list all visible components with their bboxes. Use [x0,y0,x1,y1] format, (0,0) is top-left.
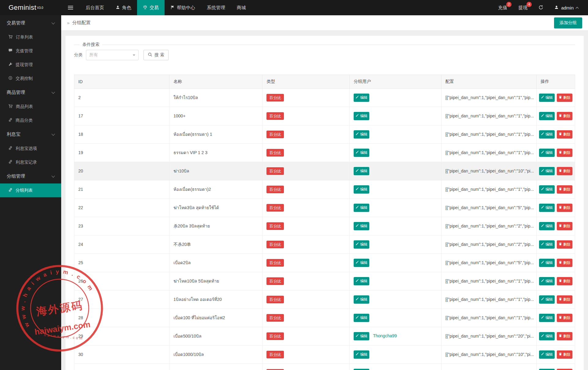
sidebar-item-trade-control[interactable]: 交易控制 [0,72,61,85]
edit-button[interactable]: 编辑 [539,295,555,304]
top-nav: 后台首页 角色 交易 帮助中心 系统管理 商城 [80,0,252,15]
table-row: 26 ฆ่าโหด10บิล 5บิลสุดท้าย 百分比 编辑 [{"pip… [74,272,575,290]
group-edit-button[interactable]: 编辑 [354,204,369,212]
delete-button[interactable]: 删除 [557,314,572,322]
sidebar-item-group-list[interactable]: 分组列表 [0,183,61,197]
sidebar-item-goods-category[interactable]: 商品分类 [0,113,61,127]
delete-button[interactable]: 删除 [557,204,572,212]
edit-button[interactable]: 编辑 [539,130,555,139]
cell-actions: 编辑 删除 [536,199,575,217]
group-edit-button[interactable]: 编辑 [354,112,369,120]
group-user-link[interactable]: Thongcha99 [373,333,397,338]
sidebar-item-goods-list[interactable]: 商品列表 [0,100,61,113]
withdraw-link[interactable]: 提现 4 [518,5,527,11]
delete-button[interactable]: 删除 [557,240,572,249]
topnav-item-help[interactable]: 帮助中心 [165,0,201,15]
sidebar-section-goods[interactable]: 商品管理 [0,85,61,100]
topnav-item-trade[interactable]: 交易 [137,0,165,15]
edit-button[interactable]: 编辑 [539,222,555,230]
topnav-item-home[interactable]: 后台首页 [80,0,110,15]
delete-button[interactable]: 删除 [557,222,572,230]
edit-button[interactable]: 编辑 [539,167,555,175]
sidebar-item-lixibao-options[interactable]: 利息宝选项 [0,142,61,155]
edit-button[interactable]: 编辑 [539,240,555,249]
sidebar-item-recharge-mgmt[interactable]: 充值管理 [0,44,61,58]
sidebar-item-lixibao-records[interactable]: 利息宝记录 [0,155,61,169]
table-row: 29 เบื่อด500/10บิล 百分比 编辑 Thongcha99 [{"… [74,327,575,346]
delete-label: 删除 [563,315,571,321]
cell-type: 百分比 [262,235,350,254]
group-edit-button[interactable]: 编辑 [354,259,369,267]
sidebar-toggle-icon[interactable] [61,0,80,15]
link-icon [8,118,13,123]
topbar-right: 充值 2 提现 4 admin [498,0,588,15]
edit-button[interactable]: 编辑 [539,149,555,157]
balance-icon [143,5,147,10]
topnav-item-mall[interactable]: 商城 [231,0,252,15]
edit-button[interactable]: 编辑 [539,314,555,322]
sidebar-section-trade[interactable]: 交易管理 [0,16,61,30]
edit-button[interactable]: 编辑 [539,350,555,359]
cell-id: 29 [74,327,169,346]
group-edit-button[interactable]: 编辑 [354,350,369,359]
topnav-item-system[interactable]: 系统管理 [201,0,231,15]
group-edit-label: 编辑 [360,95,367,101]
edit-button[interactable]: 编辑 [539,112,555,120]
edit-button[interactable]: 编辑 [539,204,555,212]
sidebar: 交易管理 订单列表 充值管理 提现管理 交易控制 商品管理 商品列表 商品分类 [0,15,61,370]
delete-button[interactable]: 删除 [557,130,572,139]
type-badge: 百分比 [266,112,284,120]
edit-button[interactable]: 编辑 [539,277,555,285]
refresh-icon[interactable] [538,5,543,11]
group-edit-button[interactable]: 编辑 [354,167,369,175]
pencil-icon [541,95,544,101]
sidebar-item-withdraw-mgmt[interactable]: 提现管理 [0,58,61,72]
trash-icon [559,333,562,339]
group-edit-button[interactable]: 编辑 [354,277,369,285]
delete-button[interactable]: 删除 [557,185,572,194]
sidebar-section-group[interactable]: 分组管理 [0,169,61,183]
edit-button[interactable]: 编辑 [539,369,555,370]
delete-button[interactable]: 删除 [557,167,572,175]
group-edit-button[interactable]: 编辑 [354,222,369,230]
edit-button[interactable]: 编辑 [539,185,555,194]
search-button[interactable]: 搜 索 [143,50,169,60]
topnav-item-role[interactable]: 角色 [110,0,137,15]
sidebar-item-order-list[interactable]: 订单列表 [0,30,61,44]
header-id: ID [74,75,169,89]
edit-button[interactable]: 编辑 [539,259,555,267]
cell-id: 20 [74,162,169,180]
edit-label: 编辑 [545,333,553,339]
category-select[interactable]: 所有 [86,50,139,60]
breadcrumb-arrow-icon: » [67,20,69,25]
group-edit-button[interactable]: 编辑 [354,295,369,304]
breadcrumb: » 分组配置 [67,20,91,26]
edit-button[interactable]: 编辑 [539,332,555,340]
topnav-label: 系统管理 [207,5,225,11]
delete-button[interactable]: 删除 [557,332,572,340]
delete-button[interactable]: 删除 [557,94,572,102]
delete-button[interactable]: 删除 [557,277,572,285]
delete-button[interactable]: 删除 [557,112,572,120]
delete-button[interactable]: 删除 [557,149,572,157]
group-edit-button[interactable]: 编辑 [354,94,369,102]
group-edit-button[interactable]: 编辑 [354,369,369,370]
recharge-count-badge: 2 [506,2,512,7]
group-edit-button[interactable]: 编辑 [354,130,369,139]
group-edit-button[interactable]: 编辑 [354,314,369,322]
add-group-button[interactable]: 添加分组 [554,17,582,28]
edit-button[interactable]: 编辑 [539,94,555,102]
group-edit-button[interactable]: 编辑 [354,149,369,157]
cell-actions: 编辑 删除 [536,346,575,364]
group-edit-button[interactable]: 编辑 [354,240,369,249]
delete-button[interactable]: 删除 [557,369,572,370]
group-edit-button[interactable]: 编辑 [354,332,369,340]
delete-button[interactable]: 删除 [557,295,572,304]
delete-button[interactable]: 删除 [557,259,572,267]
group-edit-button[interactable]: 编辑 [354,185,369,194]
delete-button[interactable]: 删除 [557,350,572,359]
user-menu[interactable]: admin [554,5,578,10]
sidebar-section-lixibao[interactable]: 利息宝 [0,127,61,142]
recharge-link[interactable]: 充值 2 [498,5,507,11]
chevron-up-icon [576,7,579,10]
